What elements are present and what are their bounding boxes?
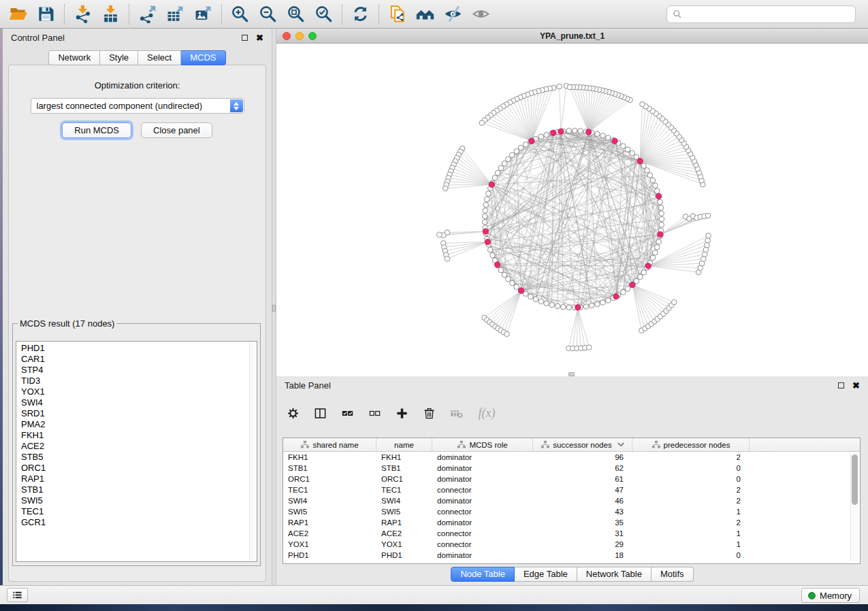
tab-node-table[interactable]: Node Table: [451, 567, 515, 582]
search-input[interactable]: [686, 9, 850, 20]
criterion-select[interactable]: largest connected component (undirected): [31, 98, 244, 114]
toggle-visibility-button[interactable]: [439, 2, 467, 27]
zoom-fit-button[interactable]: [282, 2, 310, 27]
mcds-result-item[interactable]: PMA2: [21, 419, 246, 430]
tab-network-table[interactable]: Network Table: [577, 567, 652, 582]
close-panel-button[interactable]: Close panel: [141, 122, 212, 138]
mcds-result-item[interactable]: TID3: [21, 376, 246, 386]
export-network-button[interactable]: [133, 2, 161, 27]
mcds-result-item[interactable]: GCR1: [21, 517, 246, 528]
show-hidden-button[interactable]: [467, 2, 495, 27]
zoom-selected-button[interactable]: [310, 2, 338, 27]
table-scrollbar-thumb[interactable]: [852, 455, 858, 505]
table-row[interactable]: FKH1FKH1dominator962: [283, 452, 860, 463]
import-table-button[interactable]: [97, 2, 125, 27]
toolbar-separator: [64, 4, 65, 24]
toolbar-separator: [129, 4, 129, 24]
mcds-result-item[interactable]: ACE2: [21, 441, 246, 452]
column-header-name[interactable]: name: [376, 438, 432, 451]
cell-successor_nodes: 35: [533, 518, 632, 527]
table-row[interactable]: SWI4SWI4dominator462: [283, 495, 860, 506]
zoom-in-button[interactable]: [226, 2, 254, 27]
tab-motifs[interactable]: Motifs: [652, 567, 694, 582]
float-table-panel-icon[interactable]: [838, 382, 844, 389]
zoom-fit-icon: [287, 5, 305, 23]
float-panel-icon[interactable]: [242, 35, 248, 41]
table-row[interactable]: SWI5SWI5connector431: [283, 506, 860, 517]
mcds-result-item[interactable]: FKH1: [21, 430, 246, 441]
table-panel-title: Table Panel: [285, 380, 838, 391]
delete-column-button[interactable]: [421, 405, 437, 421]
maximize-window-icon[interactable]: [308, 32, 317, 40]
column-header-MCDS-role[interactable]: MCDS role: [432, 438, 533, 451]
close-table-panel-icon[interactable]: ✖: [852, 381, 860, 390]
mcds-result-item[interactable]: STP4: [21, 365, 246, 376]
add-column-button[interactable]: [393, 405, 410, 421]
cell-predecessor_nodes: 0: [632, 551, 750, 559]
refresh-view-button[interactable]: [347, 2, 374, 27]
mcds-result-item[interactable]: SRD1: [21, 408, 246, 419]
task-history-button[interactable]: [7, 588, 28, 602]
table-row[interactable]: ORC1ORC1dominator610: [283, 474, 860, 484]
network-canvas[interactable]: [276, 44, 868, 376]
cell-mcds_role: connector: [432, 540, 533, 548]
mcds-result-item[interactable]: STB5: [21, 452, 246, 463]
select-all-button[interactable]: [339, 405, 355, 421]
network-window-title: YPA_prune.txt_1: [540, 31, 605, 41]
table-row[interactable]: ACE2ACE2connector311: [283, 528, 860, 539]
network-window-titlebar: YPA_prune.txt_1: [276, 29, 868, 44]
close-panel-icon[interactable]: ✖: [256, 33, 263, 42]
clear-selection-button[interactable]: [366, 405, 383, 421]
import-network-button[interactable]: [69, 2, 97, 27]
settings-gear-button[interactable]: [285, 405, 301, 421]
close-window-icon[interactable]: [283, 32, 291, 40]
mcds-result-group: MCDS result (17 nodes) PHD1CAR1STP4TID3Y…: [12, 318, 261, 566]
column-header-predecessor-nodes[interactable]: predecessor nodes: [632, 438, 750, 451]
mcds-result-item[interactable]: TEC1: [21, 506, 246, 517]
table-body: FKH1FKH1dominator962STB1STB1dominator620…: [283, 452, 860, 561]
mcds-result-item[interactable]: CAR1: [21, 354, 246, 365]
table-panel-header: Table Panel ✖: [276, 376, 868, 394]
splitter-handle[interactable]: [272, 305, 276, 312]
table-panel-tabs: Node TableEdge TableNetwork TableMotifs: [276, 567, 868, 582]
run-mcds-button[interactable]: Run MCDS: [62, 122, 131, 138]
zoom-out-button[interactable]: [254, 2, 282, 27]
tab-select[interactable]: Select: [138, 50, 181, 65]
save-session-button[interactable]: [32, 2, 60, 27]
table-row[interactable]: TEC1TEC1connector472: [283, 484, 860, 495]
tab-edge-table[interactable]: Edge Table: [515, 567, 577, 582]
table-row[interactable]: RAP1RAP1dominator352: [283, 517, 860, 528]
cell-name: ORC1: [376, 475, 432, 483]
home-button[interactable]: [411, 2, 439, 27]
mcds-result-item[interactable]: SWI4: [21, 397, 246, 408]
mcds-result-item[interactable]: STB1: [21, 484, 246, 495]
mcds-result-item[interactable]: ORC1: [21, 463, 246, 474]
control-panel-title: Control Panel: [11, 33, 242, 43]
table-row[interactable]: YOX1YOX1connector291: [283, 539, 860, 550]
column-header-successor-nodes[interactable]: successor nodes: [533, 438, 632, 451]
table-scrollbar[interactable]: [850, 453, 858, 561]
cell-shared_name: PHD1: [283, 551, 376, 559]
mcds-result-item[interactable]: PHD1: [21, 343, 246, 354]
open-file-button[interactable]: [4, 2, 32, 27]
table-row[interactable]: STB1STB1dominator620: [283, 463, 860, 474]
column-header-shared-name[interactable]: shared name: [283, 438, 376, 451]
export-image-button[interactable]: [189, 2, 217, 27]
mcds-list-scrollbar[interactable]: [249, 342, 257, 561]
show-column-panel-button[interactable]: [312, 405, 328, 421]
table-row[interactable]: PHD1PHD1dominator180: [283, 550, 860, 561]
function-builder-icon: f(x): [479, 406, 496, 420]
export-table-button[interactable]: [161, 2, 189, 27]
search-box[interactable]: [666, 5, 856, 23]
mcds-result-item[interactable]: RAP1: [21, 474, 246, 484]
memory-button[interactable]: Memory: [801, 588, 860, 603]
tab-style[interactable]: Style: [100, 50, 138, 65]
export-network-icon: [138, 5, 157, 23]
mcds-result-item[interactable]: YOX1: [21, 386, 246, 397]
duplicate-network-button[interactable]: [383, 2, 411, 27]
minimize-window-icon[interactable]: [295, 32, 304, 40]
panel-splitter[interactable]: [272, 29, 276, 585]
mcds-result-item[interactable]: SWI5: [21, 495, 246, 506]
tab-network[interactable]: Network: [48, 50, 100, 65]
tab-mcds[interactable]: MCDS: [181, 50, 225, 65]
